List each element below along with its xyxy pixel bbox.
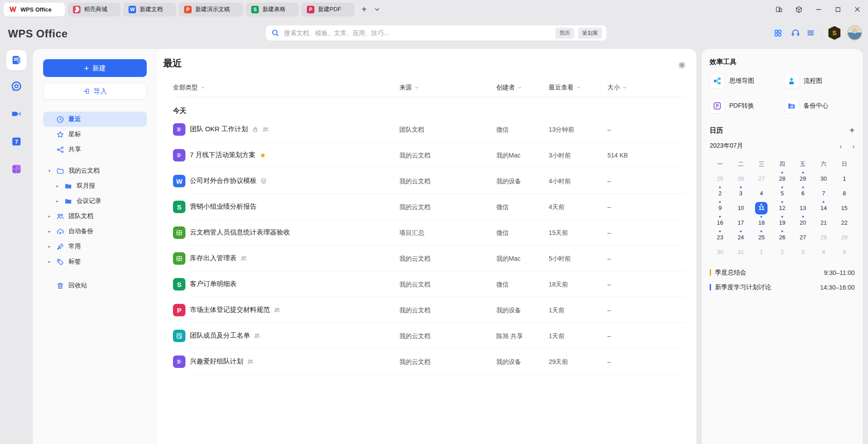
maximize-button[interactable]	[835, 6, 841, 13]
file-row[interactable]: 团队成员及分工名单我的云文档陈旭 共享1天前–	[157, 323, 696, 349]
calendar-day[interactable]: 13	[792, 201, 813, 215]
calendar-day[interactable]: 24	[731, 230, 751, 244]
calendar-day[interactable]: 25	[710, 172, 731, 186]
file-row[interactable]: 7 月线下活动策划方案我的云文档我的Mac3小时前514 KB	[157, 142, 696, 168]
sidebar-item-1[interactable]: 星标	[43, 127, 147, 142]
file-row[interactable]: S营销小组业绩分析报告我的云文档微信4天前–	[157, 194, 696, 220]
mobile-sync-icon[interactable]	[776, 6, 783, 13]
close-button[interactable]	[854, 6, 861, 13]
tool-1[interactable]: 流程图	[784, 73, 855, 89]
caret-down-icon[interactable]: ▾	[48, 169, 51, 173]
tab-0[interactable]: WPS Office	[4, 3, 65, 16]
sidebar-item-trash[interactable]: 回收站	[43, 278, 147, 293]
calendar-day[interactable]: 18	[751, 216, 772, 230]
filter-1[interactable]: 来源	[399, 84, 419, 92]
calendar-day[interactable]: 14	[813, 201, 834, 215]
tab-3[interactable]: P新建演示文稿	[179, 3, 243, 16]
messages-icon[interactable]	[11, 81, 22, 92]
member-badge-icon[interactable]: S	[828, 26, 840, 40]
tab-4[interactable]: S新建表格	[246, 3, 299, 16]
calendar-day[interactable]: 27	[792, 230, 813, 244]
search-tag-plan[interactable]: 策划案	[578, 28, 602, 39]
tool-2[interactable]: PPDF转换	[710, 98, 780, 113]
caret-right-icon[interactable]: ▸	[48, 229, 51, 234]
tab-list-chevron-down-icon[interactable]	[374, 6, 380, 12]
file-row[interactable]: 兴趣爱好组队计划我的云文档我的设备29天前–	[157, 349, 696, 375]
file-row[interactable]: P市场主体登记提交材料规范我的云文档我的设备1天前–	[157, 297, 696, 323]
file-row[interactable]: W公司对外合作协议模板我的云文档我的设备4小时前–	[157, 168, 696, 194]
calendar-day[interactable]: 12	[772, 201, 793, 215]
calendar-day[interactable]: 3	[731, 186, 751, 200]
calendar-day[interactable]: 22	[834, 216, 855, 230]
tool-0[interactable]: 思维导图	[710, 73, 780, 89]
calendar-day[interactable]: 21	[813, 216, 834, 230]
sidebar-item-6[interactable]: ▸团队文档	[43, 209, 147, 224]
calendar-day[interactable]: 30	[710, 245, 731, 259]
search-input[interactable]	[283, 29, 551, 37]
calendar-day[interactable]: 5	[772, 186, 793, 200]
calendar-day[interactable]: 16	[710, 216, 731, 230]
tab-5[interactable]: P新建PDF	[301, 3, 354, 16]
tab-1[interactable]: 稻壳商城	[68, 3, 121, 16]
sidebar-item-5[interactable]: ▸会议记录	[43, 194, 147, 209]
calendar-day[interactable]: 7	[813, 186, 834, 200]
settings-gear-icon[interactable]	[678, 61, 686, 69]
calendar-day[interactable]: 26	[731, 172, 751, 186]
new-tab-button[interactable]: +	[362, 4, 367, 15]
caret-right-icon[interactable]: ▸	[48, 259, 51, 264]
caret-right-icon[interactable]: ▸	[48, 214, 51, 218]
calendar-day[interactable]: 28	[813, 230, 834, 244]
calendar-day[interactable]: 26	[772, 230, 793, 244]
caret-right-icon[interactable]: ▸	[56, 184, 59, 188]
filter-3[interactable]: 最近查看	[549, 84, 581, 92]
sidebar-item-9[interactable]: ▸标签	[43, 254, 147, 269]
calendar-day[interactable]: 15	[834, 201, 855, 215]
calendar-day[interactable]: 5	[834, 245, 855, 259]
calendar-day[interactable]: 2	[710, 186, 731, 200]
avatar[interactable]	[847, 25, 862, 40]
filter-0[interactable]: 全部类型	[173, 84, 205, 92]
tool-3[interactable]: 备份中心	[784, 98, 855, 113]
tab-2[interactable]: W新建文档	[123, 3, 176, 16]
calendar-event[interactable]: 新季度学习计划讨论14:30–16:00	[710, 280, 855, 295]
calendar-day[interactable]: 31	[731, 245, 751, 259]
apps-purple-icon[interactable]	[11, 164, 22, 174]
file-row[interactable]: 云文档管人员信息统计表理器验收项目汇总微信15天前–	[157, 220, 696, 246]
workspace-cube-icon[interactable]	[795, 6, 803, 13]
calendar-day[interactable]: 11	[751, 201, 772, 215]
calendar-day[interactable]: 6	[792, 186, 813, 200]
filter-2[interactable]: 创建者	[496, 84, 522, 92]
calendar-day[interactable]: 9	[710, 201, 731, 215]
calendar-day[interactable]: 19	[772, 216, 793, 230]
calendar-day[interactable]: 2	[772, 245, 793, 259]
calendar-day[interactable]: 29	[792, 172, 813, 186]
calendar-day[interactable]: 20	[792, 216, 813, 230]
calendar-day[interactable]: 25	[751, 230, 772, 244]
rail-item-documents[interactable]	[6, 50, 27, 70]
chevron-left-icon[interactable]: ‹	[840, 142, 842, 150]
menu-icon[interactable]	[807, 29, 815, 37]
calendar-day[interactable]: 17	[731, 216, 751, 230]
search-bar[interactable]: 简历 策划案	[266, 25, 607, 40]
caret-right-icon[interactable]: ▸	[56, 199, 59, 203]
apps-grid-button[interactable]	[771, 26, 784, 40]
calendar-day[interactable]: 27	[751, 172, 772, 186]
calendar-day[interactable]: 28	[772, 172, 793, 186]
calendar-day[interactable]: 30	[813, 172, 834, 186]
file-row[interactable]: 库存出入管理表我的云文档我的Mac5小时前–	[157, 246, 696, 271]
sidebar-item-0[interactable]: 最近	[43, 112, 147, 127]
calendar-day[interactable]: 8	[834, 186, 855, 200]
sidebar-item-8[interactable]: ▸常用	[43, 239, 147, 254]
sidebar-item-3[interactable]: ▾我的云文档	[43, 163, 147, 178]
calendar-day[interactable]: 4	[751, 186, 772, 200]
calendar-day[interactable]: 3	[792, 245, 813, 259]
calendar-day[interactable]: 1	[834, 172, 855, 186]
sidebar-item-2[interactable]: 共享	[43, 142, 147, 157]
support-headset-icon[interactable]	[791, 28, 800, 37]
calendar-day[interactable]: 23	[710, 230, 731, 244]
calendar-day[interactable]: 10	[731, 201, 751, 215]
chevron-right-icon[interactable]: ›	[852, 142, 855, 150]
meeting-camera-icon[interactable]	[11, 109, 22, 119]
import-button[interactable]: 导入	[43, 83, 147, 100]
sidebar-item-7[interactable]: ▸自动备份	[43, 224, 147, 239]
